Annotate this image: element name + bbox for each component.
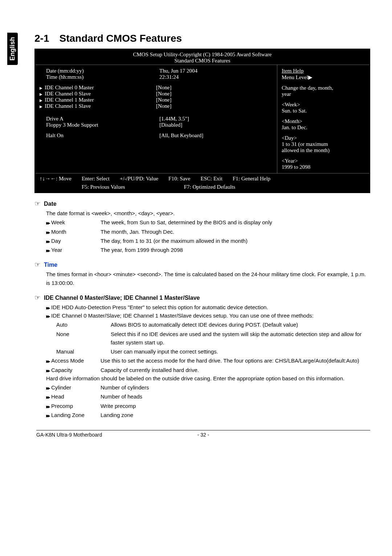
bios-key-value: +/-/PU/PD: Value xyxy=(120,176,158,182)
footer-page-number: - 32 - xyxy=(197,432,209,438)
date-month-term: Month xyxy=(46,228,101,236)
bios-date-label: Date (mm:dd:yy) xyxy=(46,68,159,74)
bios-date-value[interactable]: Thu, Jun 17 2004 xyxy=(159,68,273,74)
bios-help-line: <Year> xyxy=(282,158,365,164)
ide-head-desc: Number of heads xyxy=(101,392,370,401)
bios-ide0s-label[interactable]: IDE Channel 0 Slave xyxy=(40,91,156,97)
bios-help-line: allowed in the month) xyxy=(282,147,365,154)
bios-header-line1: CMOS Setup Utility-Copyright (C) 1984-20… xyxy=(35,52,369,58)
bios-main-panel: Date (mm:dd:yy) Thu, Jun 17 2004 Time (h… xyxy=(35,65,277,173)
bios-header-line2: Standard CMOS Features xyxy=(35,58,369,64)
bios-help-line: 1999 to 2098 xyxy=(282,164,365,170)
bios-ide1m-value: [None] xyxy=(156,97,273,103)
bios-ide1s-label[interactable]: IDE Channel 1 Slave xyxy=(40,103,156,109)
ide-manual-desc: User can manually input the correct sett… xyxy=(111,347,370,356)
page-footer: GA-K8N Ultra-9 Motherboard - 32 - xyxy=(36,430,370,438)
bios-header: CMOS Setup Utility-Copyright (C) 1984-20… xyxy=(35,49,369,65)
bios-ide1m-label[interactable]: IDE Channel 1 Master xyxy=(40,97,156,103)
ide-cyl-desc: Number of cylinders xyxy=(101,383,370,392)
date-year-desc: The year, from 1999 through 2098 xyxy=(101,246,370,254)
ide-capacity-term: Capacity xyxy=(46,366,101,374)
date-year-term: Year xyxy=(46,246,101,254)
ide-lz-desc: Landing zone xyxy=(101,411,370,419)
bios-ide0m-label[interactable]: IDE Channel 0 Master xyxy=(40,85,156,91)
hand-icon xyxy=(34,200,40,208)
bios-help-menulevel: Menu Level▶ xyxy=(282,74,365,81)
bios-drivea-value[interactable]: [1.44M, 3.5"] xyxy=(159,116,273,122)
ide-line2-arrow xyxy=(46,312,51,319)
hand-icon xyxy=(34,261,40,269)
section-title-time: Time xyxy=(44,262,57,268)
bios-help-line: <Day> xyxy=(282,135,365,141)
bios-key-f1: F1: General Help xyxy=(233,176,270,182)
bios-footer-2: ↑↓→←: Move F5: Previous Values +/-/PU/PD… xyxy=(35,184,369,192)
bios-key-f5: F5: Previous Values xyxy=(82,184,125,190)
bios-help-title: Item Help xyxy=(282,68,365,74)
ide-auto-term: Auto xyxy=(56,320,111,329)
ide-cyl-term: Cylinder xyxy=(46,383,101,392)
date-intro: The date format is <week>, <month>, <day… xyxy=(46,209,370,217)
footer-left: GA-K8N Ultra-9 Motherboard xyxy=(36,432,102,438)
ide-lz-term: Landing Zone xyxy=(46,411,101,419)
bios-ide0s-value: [None] xyxy=(156,91,273,97)
bios-halt-label: Halt On xyxy=(46,132,159,139)
ide-auto-desc: Allows BIOS to automatically detect IDE … xyxy=(111,320,370,329)
ide-none-term: None xyxy=(56,330,111,347)
section-title-ide: IDE Channel 0 Master/Slave; IDE Channel … xyxy=(44,295,200,301)
ide-line1: IDE HDD Auto-Detection Press "Enter" to … xyxy=(46,303,370,311)
bios-drivea-label: Drive A xyxy=(46,116,159,122)
bios-key-esc: ESC: Exit xyxy=(201,176,222,182)
bios-floppy-value[interactable]: [Disabled] xyxy=(159,122,273,128)
ide-manual-term: Manual xyxy=(56,347,111,356)
ide-note: Hard drive information should be labeled… xyxy=(46,374,370,383)
date-week-term: Week xyxy=(46,218,101,226)
bios-key-move: ↑↓→←: Move xyxy=(40,176,72,182)
bios-key-f10: F10: Save xyxy=(168,176,190,182)
ide-none-desc: Select this if no IDE devices are used a… xyxy=(111,330,370,347)
date-day-desc: The day, from 1 to 31 (or the maximum al… xyxy=(101,237,370,245)
ide-line2: IDE Channel 0 Master/Slave; IDE Channel … xyxy=(51,312,314,319)
ide-precomp-term: Precomp xyxy=(46,402,101,410)
ide-access-term: Access Mode xyxy=(46,356,101,365)
page-content: 2-1 Standard CMOS Features CMOS Setup Ut… xyxy=(34,0,370,438)
bios-help-line: Jan. to Dec. xyxy=(282,124,365,131)
bios-key-f7: F7: Optimized Defaults xyxy=(184,184,236,190)
ide-access-desc: Use this to set the access mode for the … xyxy=(101,356,370,365)
page-title: 2-1 Standard CMOS Features xyxy=(34,33,370,44)
date-week-desc: The week, from Sun to Sat, determined by… xyxy=(101,218,370,226)
bios-help-panel: Item Help Menu Level▶ Change the day, mo… xyxy=(277,65,369,173)
bios-screen: CMOS Setup Utility-Copyright (C) 1984-20… xyxy=(34,49,370,193)
bios-key-enter: Enter: Select xyxy=(82,176,110,182)
bios-help-line: <Month> xyxy=(282,118,365,124)
bios-help-line: Change the day, month, xyxy=(282,85,365,91)
hand-icon xyxy=(34,294,40,302)
bios-footer: ↑↓→←: Move Enter: Select +/-/PU/PD: Valu… xyxy=(35,173,369,184)
ide-head-term: Head xyxy=(46,392,101,401)
bios-time-value[interactable]: 22:31:24 xyxy=(159,74,273,80)
bios-help-line: year xyxy=(282,91,365,97)
date-month-desc: The month, Jan. Through Dec. xyxy=(101,228,370,236)
bios-time-label: Time (hh:mm:ss) xyxy=(46,74,159,80)
section-title-date: Date xyxy=(44,201,57,207)
bios-halt-value[interactable]: [All, But Keyboard] xyxy=(159,132,273,139)
date-day-term: Day xyxy=(46,237,101,245)
bios-ide1s-value: [None] xyxy=(156,103,273,109)
bios-ide0m-value: [None] xyxy=(156,85,273,91)
ide-precomp-desc: Write precomp xyxy=(101,402,370,410)
ide-capacity-desc: Capacity of currently installed hard dri… xyxy=(101,366,370,374)
language-tab: English xyxy=(7,33,18,65)
bios-floppy-label: Floppy 3 Mode Support xyxy=(46,122,159,128)
bios-help-line: <Week> xyxy=(282,102,365,108)
time-body: The times format in <hour> <minute> <sec… xyxy=(46,270,370,287)
bios-help-line: Sun. to Sat. xyxy=(282,108,365,114)
bios-help-line: 1 to 31 (or maximum xyxy=(282,141,365,147)
